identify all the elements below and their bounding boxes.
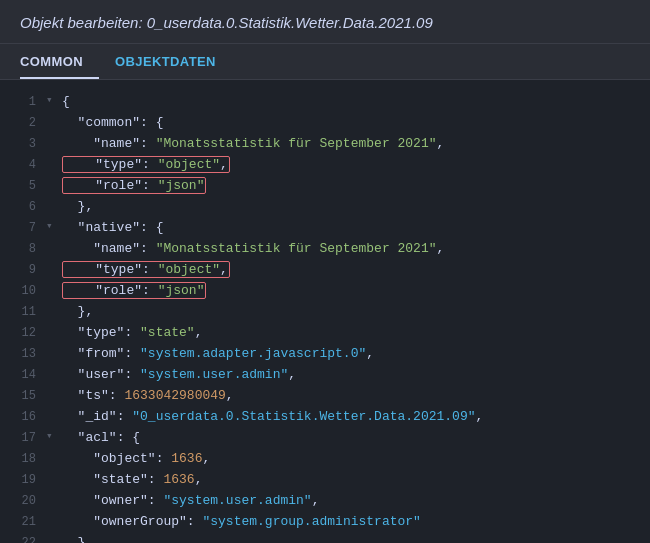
line-content: "state": 1636, <box>62 470 642 491</box>
line-number: 20 <box>8 491 36 511</box>
code-line-3: 3 "name": "Monatsstatistik für September… <box>0 134 650 155</box>
line-content: "common": { <box>62 113 642 134</box>
code-line-7: 7▾ "native": { <box>0 218 650 239</box>
code-line-13: 13 "from": "system.adapter.javascript.0"… <box>0 344 650 365</box>
line-arrow: ▾ <box>46 218 60 236</box>
header: Objekt bearbeiten: 0_userdata.0.Statisti… <box>0 0 650 44</box>
tabs-bar: COMMON OBJEKTDATEN <box>0 44 650 80</box>
code-line-4: 4 "type": "object", <box>0 155 650 176</box>
line-number: 15 <box>8 386 36 406</box>
code-line-14: 14 "user": "system.user.admin", <box>0 365 650 386</box>
line-number: 14 <box>8 365 36 385</box>
tab-common[interactable]: COMMON <box>20 44 99 79</box>
line-content: }, <box>62 197 642 218</box>
line-number: 1 <box>8 92 36 112</box>
line-content: "type": "object", <box>62 155 642 176</box>
line-content: "native": { <box>62 218 642 239</box>
code-line-8: 8 "name": "Monatsstatistik für September… <box>0 239 650 260</box>
line-number: 9 <box>8 260 36 280</box>
line-number: 17 <box>8 428 36 448</box>
line-content: "type": "object", <box>62 260 642 281</box>
line-content: "from": "system.adapter.javascript.0", <box>62 344 642 365</box>
line-number: 11 <box>8 302 36 322</box>
code-line-21: 21 "ownerGroup": "system.group.administr… <box>0 512 650 533</box>
line-arrow: ▾ <box>46 428 60 446</box>
line-content: "ownerGroup": "system.group.administrato… <box>62 512 642 533</box>
line-number: 13 <box>8 344 36 364</box>
line-content: "object": 1636, <box>62 449 642 470</box>
line-content: }, <box>62 302 642 323</box>
code-line-19: 19 "state": 1636, <box>0 470 650 491</box>
line-number: 12 <box>8 323 36 343</box>
line-number: 22 <box>8 533 36 543</box>
code-line-17: 17▾ "acl": { <box>0 428 650 449</box>
line-content: "name": "Monatsstatistik für September 2… <box>62 134 642 155</box>
line-content: "owner": "system.user.admin", <box>62 491 642 512</box>
code-line-11: 11 }, <box>0 302 650 323</box>
code-editor: 1▾{2 "common": {3 "name": "Monatsstatist… <box>0 80 650 543</box>
line-content: "user": "system.user.admin", <box>62 365 642 386</box>
line-content: } <box>62 533 642 543</box>
line-number: 21 <box>8 512 36 532</box>
code-line-12: 12 "type": "state", <box>0 323 650 344</box>
line-content: "acl": { <box>62 428 642 449</box>
header-object-path: 0_userdata.0.Statistik.Wetter.Data.2021.… <box>147 14 433 31</box>
line-number: 5 <box>8 176 36 196</box>
line-number: 2 <box>8 113 36 133</box>
code-line-18: 18 "object": 1636, <box>0 449 650 470</box>
line-number: 19 <box>8 470 36 490</box>
code-line-16: 16 "_id": "0_userdata.0.Statistik.Wetter… <box>0 407 650 428</box>
line-number: 7 <box>8 218 36 238</box>
line-content: "name": "Monatsstatistik für September 2… <box>62 239 642 260</box>
line-number: 10 <box>8 281 36 301</box>
line-number: 16 <box>8 407 36 427</box>
header-label: Objekt bearbeiten: <box>20 14 147 31</box>
line-number: 4 <box>8 155 36 175</box>
line-content: { <box>62 92 642 113</box>
line-content: "type": "state", <box>62 323 642 344</box>
line-content: "role": "json" <box>62 281 642 302</box>
line-content: "ts": 1633042980049, <box>62 386 642 407</box>
code-line-9: 9 "type": "object", <box>0 260 650 281</box>
line-content: "_id": "0_userdata.0.Statistik.Wetter.Da… <box>62 407 642 428</box>
code-line-10: 10 "role": "json" <box>0 281 650 302</box>
code-line-20: 20 "owner": "system.user.admin", <box>0 491 650 512</box>
line-arrow: ▾ <box>46 92 60 110</box>
code-line-15: 15 "ts": 1633042980049, <box>0 386 650 407</box>
code-line-1: 1▾{ <box>0 92 650 113</box>
tab-objektdaten[interactable]: OBJEKTDATEN <box>115 44 232 79</box>
code-line-2: 2 "common": { <box>0 113 650 134</box>
code-line-5: 5 "role": "json" <box>0 176 650 197</box>
line-content: "role": "json" <box>62 176 642 197</box>
line-number: 18 <box>8 449 36 469</box>
line-number: 8 <box>8 239 36 259</box>
code-line-22: 22 } <box>0 533 650 543</box>
line-number: 6 <box>8 197 36 217</box>
line-number: 3 <box>8 134 36 154</box>
code-line-6: 6 }, <box>0 197 650 218</box>
